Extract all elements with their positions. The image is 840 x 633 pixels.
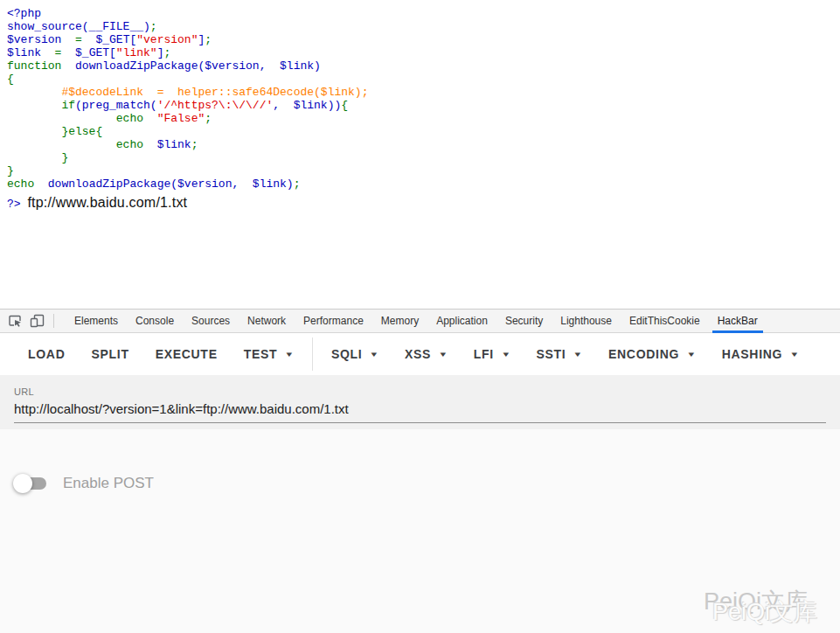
tab-network[interactable]: Network bbox=[239, 310, 295, 332]
watermark: PeiQi文库 PeiQi文库 bbox=[704, 586, 835, 626]
code-line: echo "False"; bbox=[7, 112, 840, 125]
code-line: function downloadZipPackage($version, $l… bbox=[7, 59, 840, 73]
code-line: echo downloadZipPackage($version, $link)… bbox=[7, 177, 840, 191]
code-line: $version = $_GET["version"]; bbox=[7, 33, 840, 46]
hackbar-button-sqli[interactable]: SQLI▼ bbox=[318, 338, 392, 370]
url-section: URL bbox=[0, 375, 840, 429]
php-code: <?phpshow_source(__FILE__);$version = $_… bbox=[7, 7, 840, 213]
hackbar-button-xss[interactable]: XSS▼ bbox=[392, 338, 461, 370]
inspect-element-icon[interactable] bbox=[3, 310, 26, 332]
code-line: $link = $_GET["link"]; bbox=[7, 46, 840, 59]
code-line: show_source(__FILE__); bbox=[7, 20, 840, 33]
hackbar-toolbar: LOADSPLITEXECUTETEST▼SQLI▼XSS▼LFI▼SSTI▼E… bbox=[0, 333, 840, 375]
url-input[interactable] bbox=[14, 397, 826, 423]
hackbar-button-load[interactable]: LOAD bbox=[15, 338, 78, 370]
hackbar-button-ssti[interactable]: SSTI▼ bbox=[523, 338, 595, 370]
code-line: <?php bbox=[7, 7, 840, 20]
tab-security[interactable]: Security bbox=[496, 310, 552, 332]
tab-memory[interactable]: Memory bbox=[372, 310, 427, 332]
tab-performance[interactable]: Performance bbox=[295, 310, 372, 332]
tab-elements[interactable]: Elements bbox=[66, 310, 127, 332]
hackbar-button-encoding[interactable]: ENCODING▼ bbox=[595, 338, 709, 370]
code-line: } bbox=[7, 151, 840, 164]
hackbar-button-execute[interactable]: EXECUTE bbox=[142, 338, 231, 370]
code-line: } bbox=[7, 164, 840, 177]
hackbar-button-lfi[interactable]: LFI▼ bbox=[461, 338, 524, 370]
toolbar-divider bbox=[312, 337, 313, 371]
tab-hackbar[interactable]: HackBar bbox=[709, 310, 767, 332]
hackbar-body: Enable POST PeiQi文库 PeiQi文库 bbox=[0, 429, 840, 633]
chevron-down-icon: ▼ bbox=[686, 351, 697, 358]
enable-post-row: Enable POST bbox=[0, 429, 840, 494]
php-source-view: <?phpshow_source(__FILE__);$version = $_… bbox=[0, 0, 840, 309]
watermark-text-back: PeiQi文库 bbox=[704, 586, 809, 617]
code-line: echo $link; bbox=[7, 138, 840, 151]
chevron-down-icon: ▼ bbox=[285, 351, 295, 358]
chevron-down-icon: ▼ bbox=[438, 351, 448, 358]
devtools-tabs: ElementsConsoleSourcesNetworkPerformance… bbox=[66, 310, 767, 332]
url-label: URL bbox=[14, 386, 826, 397]
code-line: if(preg_match('/^https?\:\/\//', $link))… bbox=[7, 99, 840, 112]
hackbar-button-test[interactable]: TEST▼ bbox=[231, 338, 307, 370]
hackbar-button-split[interactable]: SPLIT bbox=[78, 338, 142, 370]
code-line: ?> ftp://www.baidu.com/1.txt bbox=[7, 191, 840, 213]
chevron-down-icon: ▼ bbox=[370, 351, 380, 358]
tab-console[interactable]: Console bbox=[127, 310, 183, 332]
tab-lighthouse[interactable]: Lighthouse bbox=[552, 310, 621, 332]
devtools-tabbar: ElementsConsoleSourcesNetworkPerformance… bbox=[0, 310, 840, 333]
tab-application[interactable]: Application bbox=[427, 310, 496, 332]
enable-post-toggle[interactable] bbox=[13, 473, 48, 494]
chevron-down-icon: ▼ bbox=[573, 351, 584, 358]
tabbar-separator bbox=[53, 314, 54, 328]
code-line: #$decodeLink = helper::safe64Decode($lin… bbox=[7, 86, 840, 99]
page: <?phpshow_source(__FILE__);$version = $_… bbox=[0, 0, 840, 633]
chevron-down-icon: ▼ bbox=[789, 351, 800, 358]
code-line: { bbox=[7, 73, 840, 86]
chevron-down-icon: ▼ bbox=[501, 351, 511, 358]
enable-post-label: Enable POST bbox=[63, 475, 154, 492]
devtools-panel: ElementsConsoleSourcesNetworkPerformance… bbox=[0, 309, 840, 633]
watermark-text-front: PeiQi文库 bbox=[712, 596, 817, 628]
tab-editthiscookie[interactable]: EditThisCookie bbox=[621, 310, 709, 332]
tab-sources[interactable]: Sources bbox=[183, 310, 239, 332]
toggle-device-toolbar-icon[interactable] bbox=[26, 310, 49, 332]
hackbar-button-hashing[interactable]: HASHING▼ bbox=[709, 338, 812, 370]
toggle-knob-icon bbox=[13, 474, 32, 493]
code-line: }else{ bbox=[7, 125, 840, 138]
